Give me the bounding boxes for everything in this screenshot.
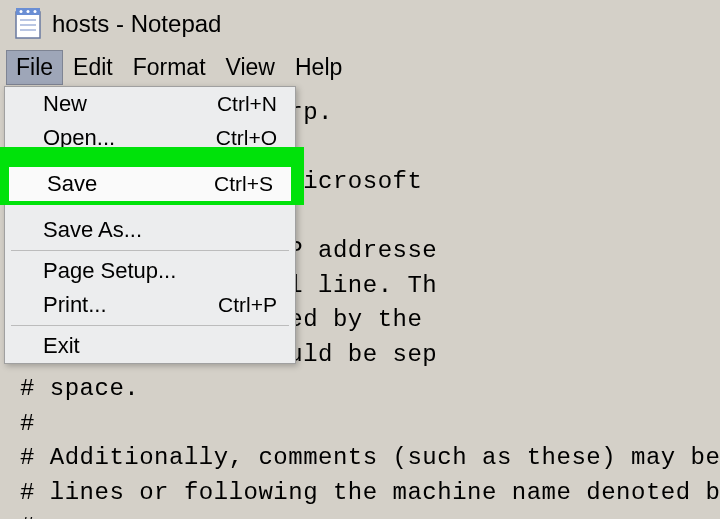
menu-item-shortcut: Ctrl+N xyxy=(217,92,277,116)
menu-view[interactable]: View xyxy=(216,50,285,85)
menu-item-page-setup[interactable]: Page Setup... xyxy=(5,254,295,288)
menu-item-save-as[interactable]: Save As... xyxy=(5,213,295,247)
menu-edit[interactable]: Edit xyxy=(63,50,123,85)
menu-item-save[interactable]: Save Ctrl+S xyxy=(9,167,291,201)
menu-help[interactable]: Help xyxy=(285,50,352,85)
menu-file[interactable]: File xyxy=(6,50,63,85)
menu-item-print[interactable]: Print... Ctrl+P xyxy=(5,288,295,322)
menu-item-shortcut: Ctrl+S xyxy=(214,172,273,196)
menu-item-label: Save As... xyxy=(43,217,142,243)
menu-item-exit[interactable]: Exit xyxy=(5,329,295,363)
svg-point-2 xyxy=(20,10,23,13)
menu-item-label: Page Setup... xyxy=(43,258,176,284)
window-title: hosts - Notepad xyxy=(52,10,221,38)
svg-point-3 xyxy=(27,10,30,13)
notepad-icon xyxy=(14,8,42,40)
menu-format[interactable]: Format xyxy=(123,50,216,85)
menu-item-label: New xyxy=(43,91,87,117)
menu-item-label: Print... xyxy=(43,292,107,318)
file-menu-dropdown: New Ctrl+N Open... Ctrl+O Save Ctrl+S Sa… xyxy=(4,86,296,364)
titlebar: hosts - Notepad xyxy=(0,0,720,48)
menu-item-label: Exit xyxy=(43,333,80,359)
svg-point-4 xyxy=(34,10,37,13)
menu-item-shortcut: Ctrl+P xyxy=(218,293,277,317)
menu-item-new[interactable]: New Ctrl+N xyxy=(5,87,295,121)
menu-item-label: Save xyxy=(47,171,97,197)
menubar: File Edit Format View Help xyxy=(0,48,720,86)
menu-separator xyxy=(11,250,289,251)
menu-separator xyxy=(11,325,289,326)
